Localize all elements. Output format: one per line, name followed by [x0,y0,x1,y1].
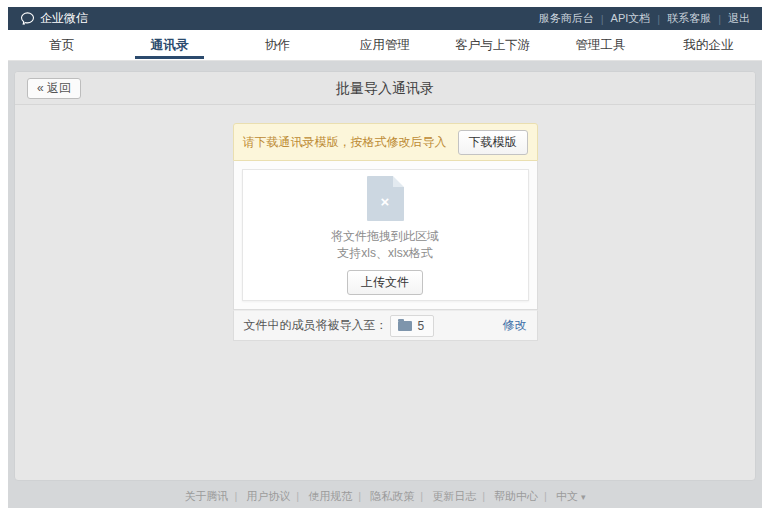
back-chevron-icon: « [37,81,44,95]
file-dropzone[interactable]: × 将文件拖拽到此区域 支持xls、xlsx格式 上传文件 [242,169,529,301]
card-body: × 将文件拖拽到此区域 支持xls、xlsx格式 上传文件 [233,161,538,310]
nav-item-app-management[interactable]: 应用管理 [331,30,439,60]
dropzone-hint-line2: 支持xls、xlsx格式 [331,245,439,262]
folder-icon [398,321,412,331]
app-logo-text: 企业微信 [40,10,88,27]
notice-text: 请下载通讯录模版，按格式修改后导入 [243,134,458,151]
excel-file-icon: × [367,176,404,221]
footer: 关于腾讯| 用户协议| 使用规范| 隐私政策| 更新日志| 帮助中心| 中文 ▾ [8,481,762,504]
language-selector[interactable]: 中文 ▾ [556,490,586,502]
department-box: 5 [390,315,435,337]
nav-item-admin-tools[interactable]: 管理工具 [547,30,655,60]
nav-label: 通讯录 [135,32,205,59]
dropdown-arrow-icon: ▾ [581,492,586,502]
back-button-label: 返回 [47,81,71,95]
nav-item-contacts[interactable]: 通讯录 [116,30,224,60]
provider-console-link[interactable]: 服务商后台 [539,11,594,26]
x-mark: × [381,194,390,209]
api-docs-link[interactable]: API文档 [611,11,651,26]
nav-label: 协作 [249,32,306,59]
back-button[interactable]: « 返回 [27,78,81,99]
nav-item-customers[interactable]: 客户与上下游 [439,30,547,60]
footer-link-help-center[interactable]: 帮助中心 [494,490,538,502]
divider: | [657,13,660,25]
footer-link-user-agreement[interactable]: 用户协议 [246,490,290,502]
nav-label: 应用管理 [344,32,426,59]
page-title: 批量导入通讯录 [15,72,755,105]
nav-item-home[interactable]: 首页 [8,30,116,60]
import-target-row: 文件中的成员将被导入至： 5 修改 [233,310,538,341]
upload-file-button[interactable]: 上传文件 [347,270,423,295]
content-panel: « 返回 批量导入通讯录 请下载通讯录模版，按格式修改后导入 下载模版 × [14,71,756,481]
language-label: 中文 [556,490,578,502]
contact-support-link[interactable]: 联系客服 [667,11,711,26]
main-nav: 首页 通讯录 协作 应用管理 客户与上下游 管理工具 我的企业 [8,30,762,61]
divider: | [601,13,604,25]
nav-label: 首页 [33,32,90,59]
page-container: 企业微信 服务商后台| API文档| 联系客服| 退出 首页 通讯录 协作 应用… [8,7,762,508]
footer-link-about[interactable]: 关于腾讯 [184,490,228,502]
import-card: 请下载通讯录模版，按格式修改后导入 下载模版 × 将文件拖拽到此区域 支持xls… [233,123,538,341]
nav-item-collaboration[interactable]: 协作 [223,30,331,60]
main-section: « 返回 批量导入通讯录 请下载通讯录模版，按格式修改后导入 下载模版 × [8,61,762,508]
topbar: 企业微信 服务商后台| API文档| 联系客服| 退出 [8,7,762,30]
download-template-button[interactable]: 下载模版 [458,130,528,155]
import-target-label: 文件中的成员将被导入至： [244,317,388,334]
modify-target-link[interactable]: 修改 [503,317,527,334]
dropzone-hint-line1: 将文件拖拽到此区域 [331,228,439,245]
divider: | [234,490,237,502]
panel-header: « 返回 批量导入通讯录 [15,72,755,105]
wechat-work-logo-icon [20,12,35,25]
dropzone-hint: 将文件拖拽到此区域 支持xls、xlsx格式 [331,228,439,262]
topbar-links: 服务商后台| API文档| 联系客服| 退出 [539,11,750,26]
divider: | [482,490,485,502]
template-notice-bar: 请下载通讯录模版，按格式修改后导入 下载模版 [233,123,538,161]
department-count: 5 [418,319,425,333]
nav-label: 客户与上下游 [439,32,546,59]
footer-link-changelog[interactable]: 更新日志 [432,490,476,502]
footer-link-usage-rules[interactable]: 使用规范 [308,490,352,502]
screen: 企业微信 服务商后台| API文档| 联系客服| 退出 首页 通讯录 协作 应用… [0,0,770,518]
divider: | [544,490,547,502]
nav-label: 我的企业 [667,32,749,59]
app-logo: 企业微信 [20,10,88,27]
divider: | [358,490,361,502]
divider: | [420,490,423,502]
footer-link-privacy[interactable]: 隐私政策 [370,490,414,502]
logout-link[interactable]: 退出 [728,11,750,26]
nav-item-my-company[interactable]: 我的企业 [654,30,762,60]
divider: | [296,490,299,502]
nav-label: 管理工具 [559,32,641,59]
divider: | [718,13,721,25]
